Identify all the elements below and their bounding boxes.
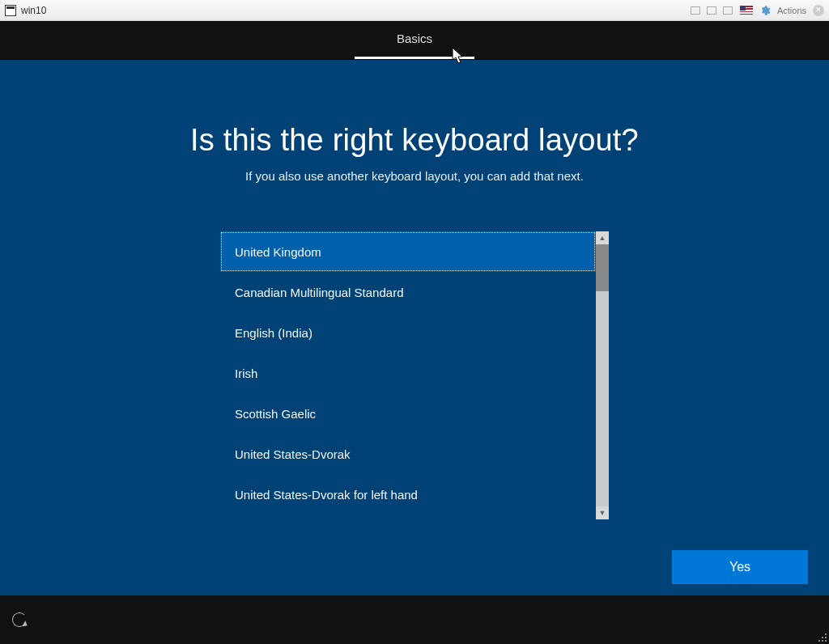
list-item[interactable]: Irish: [220, 353, 596, 393]
gear-icon[interactable]: [759, 5, 771, 16]
list-item[interactable]: United States-Dvorak: [220, 434, 596, 474]
close-icon[interactable]: ✕: [813, 5, 824, 16]
oobe-bottombar: [0, 595, 829, 644]
ease-of-access-icon[interactable]: [11, 612, 28, 628]
vm-titlebar: win10 Actions ✕: [0, 0, 829, 21]
list-item-label: United States-Dvorak for left hand: [235, 488, 418, 502]
scroll-up-icon[interactable]: ▲: [596, 231, 609, 244]
list-item-label: English (India): [235, 326, 312, 340]
list-item-label: United States-Dvorak: [235, 447, 351, 461]
list-item[interactable]: United States-Dvorak for left hand: [220, 474, 596, 515]
resize-grip-icon[interactable]: [816, 631, 827, 642]
tab-basics[interactable]: Basics: [355, 32, 474, 59]
page-subtitle: If you also use another keyboard layout,…: [0, 169, 829, 183]
list-item-label: Scottish Gaelic: [235, 407, 316, 421]
page-title: Is this the right keyboard layout?: [0, 123, 829, 158]
actions-label[interactable]: Actions: [777, 6, 806, 15]
vm-client: Basics Is this the right keyboard layout…: [0, 21, 829, 644]
list-item-label: Canadian Multilingual Standard: [235, 286, 403, 299]
list-item[interactable]: Canadian Multilingual Standard: [220, 272, 596, 312]
titlebar-control-icon[interactable]: [707, 6, 716, 15]
titlebar-control-icon[interactable]: [691, 6, 700, 15]
oobe-main: Is this the right keyboard layout? If yo…: [0, 60, 829, 595]
list-item[interactable]: United Kingdom: [220, 231, 596, 272]
listbox[interactable]: United Kingdom Canadian Multilingual Sta…: [220, 231, 596, 519]
vm-title: win10: [21, 5, 46, 16]
scrollbar[interactable]: ▲ ▼: [596, 231, 609, 519]
scroll-track[interactable]: [596, 244, 609, 506]
oobe-tabbar: Basics: [0, 21, 829, 60]
list-item[interactable]: English (India): [220, 312, 596, 353]
list-item-label: United Kingdom: [235, 245, 321, 259]
keyboard-layout-list: United Kingdom Canadian Multilingual Sta…: [220, 231, 609, 519]
list-item-label: Irish: [235, 366, 257, 380]
list-item[interactable]: Scottish Gaelic: [220, 393, 596, 434]
titlebar-control-icon[interactable]: [723, 6, 733, 15]
app-icon: [5, 5, 16, 16]
scroll-down-icon[interactable]: ▼: [596, 506, 609, 519]
scroll-thumb[interactable]: [596, 244, 609, 291]
yes-button[interactable]: Yes: [672, 550, 808, 584]
us-flag-icon[interactable]: [740, 6, 753, 15]
